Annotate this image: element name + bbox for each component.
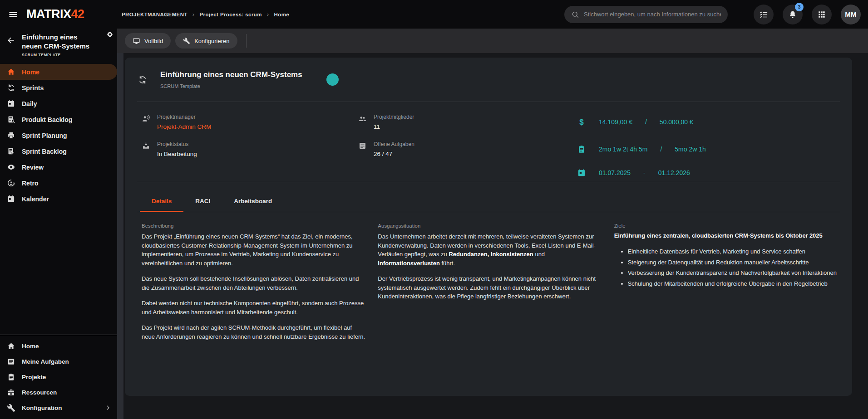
- note-icon: [358, 141, 367, 150]
- search-input[interactable]: [584, 11, 721, 18]
- bottom-nav-item-ressourcen[interactable]: Ressourcen: [0, 385, 117, 400]
- sidebar-item-review[interactable]: Review: [0, 159, 117, 175]
- gear-icon[interactable]: [106, 31, 113, 38]
- sidebar-bottom-nav: HomeMeine AufgabenProjekteRessourcenKonf…: [0, 335, 117, 419]
- nav-item-label: Produkt Backlog: [22, 116, 72, 123]
- notifications-button[interactable]: 3: [783, 5, 803, 24]
- nav-item-label: Sprint Planung: [22, 132, 67, 139]
- calendar-icon: [7, 195, 15, 203]
- sidebar-item-daily[interactable]: Daily: [0, 96, 117, 112]
- app-logo[interactable]: MATRIX42: [26, 7, 84, 21]
- effort-spent: 2mo 1w 2t 4h 5m: [599, 146, 647, 153]
- breadcrumb: PROJEKTMANAGEMENT›Project Process: scrum…: [117, 11, 289, 18]
- chevron-separator-icon: ›: [192, 11, 195, 18]
- briefcase-icon: [7, 388, 15, 397]
- sidebar-item-retro[interactable]: Retro: [0, 175, 117, 191]
- logo-text: MATRIX: [26, 7, 71, 21]
- chevron-right-icon: [105, 404, 111, 411]
- column-label: Beschreibung: [142, 223, 365, 229]
- tab-arbeitsboard[interactable]: Arbeitsboard: [222, 192, 284, 212]
- budget-total: 50.000,00 €: [660, 118, 693, 126]
- sidebar-item-sprint-planung[interactable]: Sprint Planung: [0, 127, 117, 143]
- sidebar-item-kalender[interactable]: Kalender: [0, 191, 117, 207]
- members-value: 11: [374, 123, 414, 130]
- bell-icon: [788, 10, 797, 19]
- home-icon: [7, 342, 15, 351]
- dollar-icon: $: [577, 117, 586, 127]
- column-label: Ausgangssituation: [378, 223, 601, 229]
- separator: /: [645, 118, 647, 126]
- nav-item-label: Home: [22, 343, 39, 350]
- goal-item: Steigerung der Datenqualität und Redukti…: [628, 258, 838, 267]
- checklist-icon: [759, 10, 768, 19]
- field-label: Projektmanager: [157, 114, 211, 120]
- main-area: Vollbild Konfigurieren Einführung eines …: [117, 29, 868, 419]
- backlogcheck-icon: [7, 147, 15, 156]
- breadcrumb-item-project-process-scrum[interactable]: Project Process: scrum: [200, 12, 262, 17]
- date-start: 01.07.2025: [599, 169, 631, 176]
- nav-item-label: Daily: [22, 100, 37, 107]
- breadcrumb-item-projektmanagement[interactable]: PROJEKTMANAGEMENT: [122, 12, 187, 17]
- clipboard-icon: [7, 373, 15, 381]
- sidebar-item-sprints[interactable]: Sprints: [0, 80, 117, 96]
- goals-column: Ziele Einführung eines zentralen, cloudb…: [614, 223, 838, 348]
- logo-text-accent: 42: [71, 7, 84, 21]
- bottom-nav-item-meine-aufgaben[interactable]: Meine Aufgaben: [0, 354, 117, 369]
- nav-item-label: Kalender: [22, 195, 49, 203]
- sidebar-header: Einführung eines neuen CRM-Systems SCRUM…: [0, 29, 117, 61]
- breadcrumb-item-home[interactable]: Home: [274, 12, 290, 17]
- bottom-nav-item-projekte[interactable]: Projekte: [0, 369, 117, 385]
- nav-item-label: Retro: [22, 180, 39, 187]
- details-content: Beschreibung Das Projekt „Einführung ein…: [125, 212, 852, 361]
- nav-item-label: Sprints: [22, 84, 44, 92]
- bottom-nav-item-home[interactable]: Home: [0, 338, 117, 354]
- sidebar-item-produkt-backlog[interactable]: Produkt Backlog: [0, 112, 117, 127]
- refresh-icon[interactable]: [138, 75, 148, 85]
- back-icon[interactable]: [6, 36, 15, 45]
- calendar-teal-icon: [577, 168, 586, 177]
- avatar[interactable]: MM: [841, 5, 861, 24]
- retro-icon: [7, 179, 15, 187]
- field-projektmanager: Projektmanager Projekt-Admin CRM: [142, 114, 358, 130]
- goal-item: Verbesserung der Kundentransparenz und N…: [628, 268, 838, 278]
- project-info-grid: Projektmanager Projekt-Admin CRM Projekt…: [125, 102, 852, 182]
- menu-icon[interactable]: [8, 10, 18, 19]
- sidebar-item-sprint-backlog[interactable]: Sprint Backlog: [0, 143, 117, 159]
- global-search[interactable]: [564, 6, 728, 23]
- topbar-actions: 3 MM: [564, 5, 868, 24]
- description-column: Beschreibung Das Projekt „Einführung ein…: [142, 223, 365, 348]
- field-projektstatus: Projektstatus In Bearbeitung: [142, 141, 358, 157]
- backlogsearch-icon: [7, 115, 15, 124]
- manager-link[interactable]: Projekt-Admin CRM: [157, 123, 211, 130]
- goal-item: Einheitliche Datenbasis für Vertrieb, Ma…: [628, 247, 838, 256]
- apps-grid-button[interactable]: [812, 5, 832, 24]
- todo-list-button[interactable]: [754, 5, 774, 24]
- configure-button[interactable]: Konfigurieren: [175, 33, 237, 49]
- wrench-icon: [183, 37, 190, 44]
- configure-label: Konfigurieren: [194, 38, 229, 44]
- description-paragraph: Das Projekt wird nach der agilen SCRUM-M…: [142, 323, 365, 341]
- fullscreen-label: Vollbild: [144, 38, 163, 44]
- project-title: Einführung eines neuen CRM-Systems: [160, 70, 302, 79]
- project-card-header: Einführung eines neuen CRM-Systems SCRUM…: [125, 58, 852, 102]
- budget-metric: $ 14.109,00 € / 50.000,00 €: [577, 114, 839, 130]
- nav-item-label: Konfiguration: [22, 404, 62, 411]
- fullscreen-button[interactable]: Vollbild: [125, 33, 171, 49]
- description-paragraph: Das neue System soll bestehende Insellös…: [142, 274, 365, 292]
- topbar-left: MATRIX42: [0, 7, 117, 21]
- dates-metric: 01.07.2025 - 01.12.2026: [577, 168, 839, 177]
- tab-details[interactable]: Details: [140, 192, 183, 212]
- nav-item-label: Review: [22, 164, 44, 171]
- description-paragraph: Das Projekt „Einführung eines neuen CRM-…: [142, 232, 365, 268]
- sidebar: Einführung eines neuen CRM-Systems SCRUM…: [0, 29, 117, 419]
- scrollbar[interactable]: [117, 53, 123, 419]
- voice-person-icon: [142, 114, 150, 123]
- chevron-separator-icon: ›: [267, 11, 269, 18]
- bottom-nav-item-konfiguration[interactable]: Konfiguration: [0, 400, 117, 415]
- tab-raci[interactable]: RACI: [183, 192, 222, 212]
- field-label: Offene Aufgaben: [374, 141, 414, 147]
- sidebar-item-home[interactable]: Home: [0, 64, 117, 80]
- situation-column: Ausgangssituation Das Unternehmen arbeit…: [378, 223, 601, 348]
- project-template-label: SCRUM Template: [160, 83, 302, 89]
- field-offene-aufgaben: Offene Aufgaben 26 / 47: [358, 141, 577, 157]
